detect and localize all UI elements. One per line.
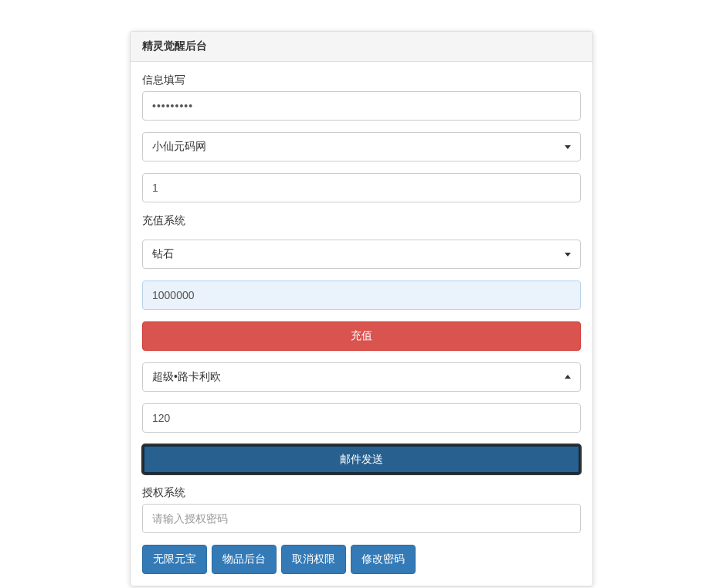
caret-down-icon xyxy=(565,145,571,149)
item-select[interactable]: 超级•路卡利欧 xyxy=(142,362,581,392)
panel-title: 精灵觉醒后台 xyxy=(131,32,592,62)
server-select-value: 小仙元码网 xyxy=(152,140,206,154)
recharge-section-label: 充值系统 xyxy=(142,214,581,228)
caret-up-icon xyxy=(565,375,571,379)
server-select[interactable]: 小仙元码网 xyxy=(142,132,581,161)
admin-panel: 精灵觉醒后台 信息填写 小仙元码网 充值系统 钻石 xyxy=(130,31,593,586)
cancel-auth-button[interactable]: 取消权限 xyxy=(281,545,346,574)
unlimited-gold-button[interactable]: 无限元宝 xyxy=(142,545,207,574)
info-section-label: 信息填写 xyxy=(142,73,581,87)
change-password-button[interactable]: 修改密码 xyxy=(351,545,416,574)
recharge-button[interactable]: 充值 xyxy=(142,321,581,351)
send-mail-button[interactable]: 邮件发送 xyxy=(142,444,581,475)
quantity-input[interactable] xyxy=(142,403,581,433)
item-select-value: 超级•路卡利欧 xyxy=(152,370,221,384)
caret-down-icon xyxy=(565,253,571,257)
item-backend-button[interactable]: 物品后台 xyxy=(212,545,277,574)
auth-password-input[interactable] xyxy=(142,504,581,533)
action-button-row: 无限元宝 物品后台 取消权限 修改密码 xyxy=(142,545,581,574)
auth-section-label: 授权系统 xyxy=(142,486,581,500)
panel-body: 信息填写 小仙元码网 充值系统 钻石 xyxy=(131,62,592,586)
recharge-amount-input[interactable] xyxy=(142,280,581,310)
password-input[interactable] xyxy=(142,91,581,121)
currency-select-value: 钻石 xyxy=(152,247,174,261)
currency-select[interactable]: 钻石 xyxy=(142,240,581,269)
server-id-input[interactable] xyxy=(142,173,581,202)
